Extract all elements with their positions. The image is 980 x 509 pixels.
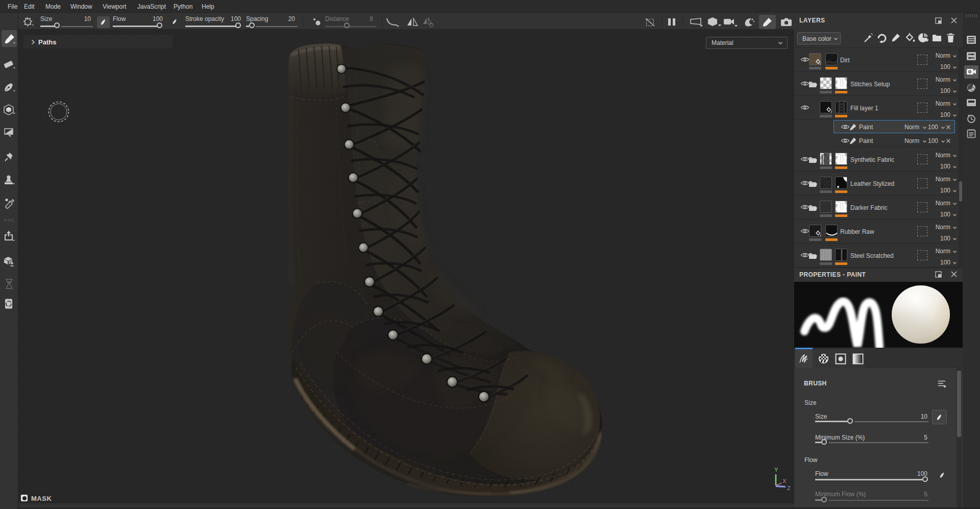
svg-text:X: X <box>782 478 787 484</box>
svg-text:Y: Y <box>774 467 778 473</box>
svg-text:Z: Z <box>787 485 791 491</box>
